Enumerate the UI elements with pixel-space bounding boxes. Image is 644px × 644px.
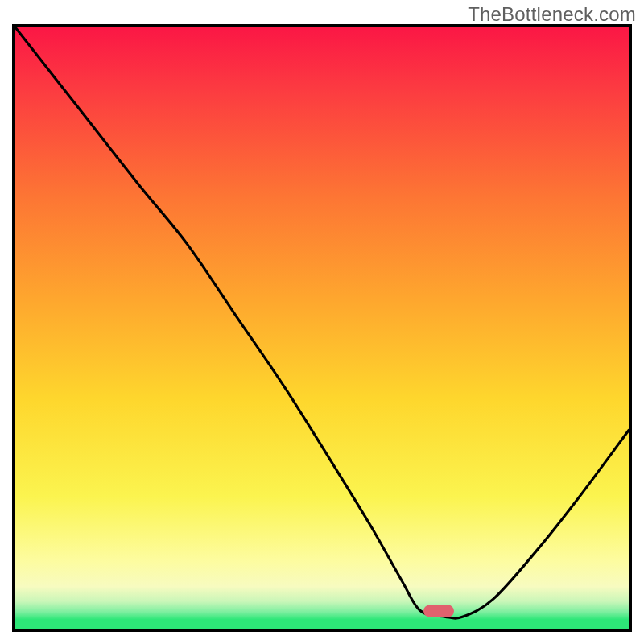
watermark-text: TheBottleneck.com (468, 3, 636, 26)
plot-area (12, 24, 632, 632)
optimal-marker (423, 605, 454, 617)
bottleneck-curve (15, 27, 629, 629)
chart-frame: TheBottleneck.com (0, 0, 644, 644)
